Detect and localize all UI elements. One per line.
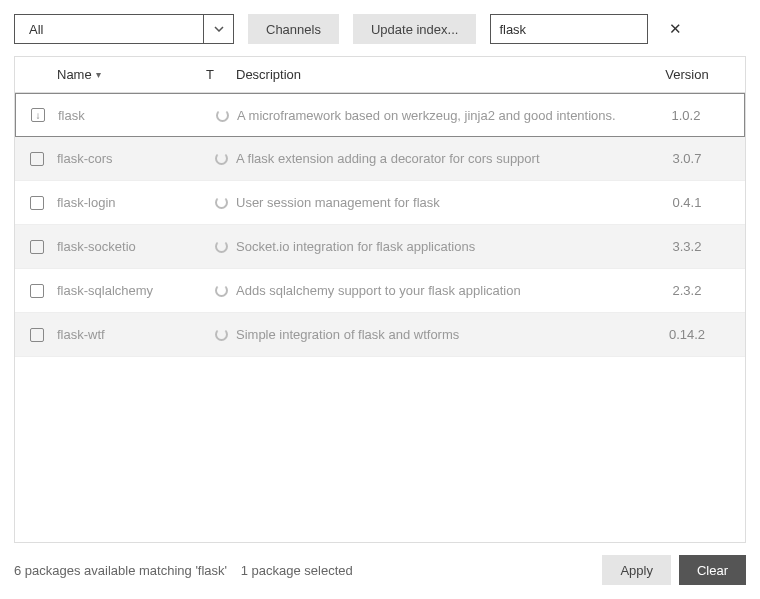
table-row[interactable]: flask-sqlalchemyAdds sqlalchemy support … (15, 269, 745, 313)
package-version: 3.0.7 (637, 151, 737, 166)
package-description: Simple integration of flask and wtforms (236, 327, 637, 342)
package-name: flask-wtf (51, 327, 206, 342)
column-header-t[interactable]: T (206, 67, 236, 82)
package-version: 0.14.2 (637, 327, 737, 342)
package-name: flask-login (51, 195, 206, 210)
loading-icon (215, 240, 228, 253)
apply-button[interactable]: Apply (602, 555, 671, 585)
table-row[interactable]: flask-wtfSimple integration of flask and… (15, 313, 745, 357)
channels-button[interactable]: Channels (248, 14, 339, 44)
packages-table: Name ▾ T Description Version ↓flaskA mic… (14, 56, 746, 543)
checkbox[interactable] (30, 152, 44, 166)
search-input[interactable] (499, 22, 667, 37)
close-icon[interactable]: ✕ (667, 20, 684, 38)
table-row[interactable]: flask-corsA flask extension adding a dec… (15, 137, 745, 181)
package-name: flask-cors (51, 151, 206, 166)
loading-icon (215, 284, 228, 297)
package-version: 3.3.2 (637, 239, 737, 254)
chevron-down-icon[interactable] (203, 15, 233, 43)
column-header-description[interactable]: Description (236, 67, 637, 82)
package-description: A flask extension adding a decorator for… (236, 151, 637, 166)
package-description: A microframework based on werkzeug, jinj… (237, 108, 636, 123)
package-version: 2.3.2 (637, 283, 737, 298)
package-description: Adds sqlalchemy support to your flask ap… (236, 283, 637, 298)
package-name: flask (52, 108, 207, 123)
loading-icon (215, 196, 228, 209)
package-name: flask-sqlalchemy (51, 283, 206, 298)
update-index-button[interactable]: Update index... (353, 14, 476, 44)
loading-icon (215, 328, 228, 341)
table-row[interactable]: ↓flaskA microframework based on werkzeug… (15, 93, 745, 137)
loading-icon (216, 109, 229, 122)
loading-icon (215, 152, 228, 165)
package-description: Socket.io integration for flask applicat… (236, 239, 637, 254)
filter-dropdown[interactable]: All (14, 14, 234, 44)
search-box: ✕ (490, 14, 648, 44)
package-name: flask-socketio (51, 239, 206, 254)
toolbar: All Channels Update index... ✕ (14, 14, 746, 44)
package-description: User session management for flask (236, 195, 637, 210)
sort-indicator-icon: ▾ (96, 69, 101, 80)
table-row[interactable]: flask-loginUser session management for f… (15, 181, 745, 225)
package-version: 1.0.2 (636, 108, 736, 123)
checkbox[interactable] (30, 284, 44, 298)
checkbox[interactable] (30, 328, 44, 342)
clear-button[interactable]: Clear (679, 555, 746, 585)
checkbox[interactable] (30, 196, 44, 210)
column-header-version[interactable]: Version (637, 67, 737, 82)
checkbox[interactable] (30, 240, 44, 254)
table-header: Name ▾ T Description Version (15, 57, 745, 93)
download-icon[interactable]: ↓ (31, 108, 45, 122)
table-row[interactable]: flask-socketioSocket.io integration for … (15, 225, 745, 269)
table-body: ↓flaskA microframework based on werkzeug… (15, 93, 745, 542)
footer-bar: 6 packages available matching 'flask' 1 … (14, 543, 746, 585)
status-text: 6 packages available matching 'flask' 1 … (14, 563, 594, 578)
package-version: 0.4.1 (637, 195, 737, 210)
column-header-name[interactable]: Name ▾ (51, 67, 206, 82)
filter-dropdown-label: All (15, 15, 203, 43)
